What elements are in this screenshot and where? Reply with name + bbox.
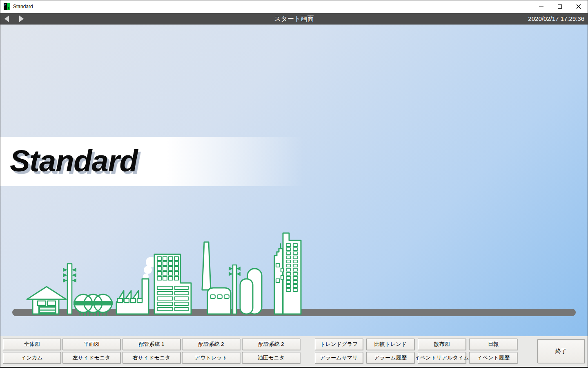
overall-diagram-button[interactable]: 全体図 [3, 339, 61, 350]
right-side-monitor-button[interactable]: 右サイドモニタ [122, 352, 180, 364]
close-button[interactable] [569, 0, 588, 13]
factory-icon [116, 257, 156, 314]
maximize-button[interactable] [550, 0, 569, 13]
piping-system-2b-button[interactable]: 配管系統 2 [242, 339, 300, 350]
intercom-button[interactable]: インカム [3, 352, 61, 364]
hydraulic-monitor-button[interactable]: 油圧モニタ [242, 352, 300, 364]
exit-button[interactable]: 終了 [537, 339, 585, 363]
alarm-history-button[interactable]: アラーム履歴 [366, 352, 414, 364]
brand-watermark: Standard [10, 137, 138, 186]
app-window: P B Standard [0, 0, 588, 368]
left-side-monitor-button[interactable]: 左サイドモニタ [62, 352, 120, 364]
piping-system-2-button[interactable]: 配管系統 2 [182, 339, 240, 350]
main-canvas: Standard [0, 25, 588, 336]
trees-icon [240, 269, 262, 314]
app-icon: P B [4, 3, 10, 10]
maximize-icon [558, 4, 562, 9]
gas-tanks-icon [74, 294, 113, 315]
plan-view-button[interactable]: 平面図 [62, 339, 120, 350]
outlet-button[interactable]: アウトレット [182, 352, 240, 364]
skyline-illustration [0, 229, 588, 327]
event-history-button[interactable]: イベント履歴 [469, 352, 517, 364]
hero-band: Standard [0, 137, 304, 186]
daily-report-button[interactable]: 日報 [469, 339, 517, 350]
datetime-display: 2020/02/17 17:29:36 [528, 13, 584, 25]
minimize-icon [539, 7, 543, 7]
incinerator-icon [202, 242, 231, 314]
skyscraper-icon [274, 233, 301, 314]
office-building-icon [154, 254, 191, 314]
window-controls [532, 0, 588, 13]
svg-text:B: B [8, 7, 9, 10]
piping-system-1-button[interactable]: 配管系統 1 [122, 339, 180, 350]
alarm-summary-button[interactable]: アラームサマリ [315, 352, 363, 364]
button-panel: 全体図 平面図 配管系統 1 配管系統 2 配管系統 2 トレンドグラフ 比較ト… [0, 336, 588, 367]
trend-graph-button[interactable]: トレンドグラフ [315, 339, 363, 350]
navbar: スタート画面 2020/02/17 17:29:36 [0, 13, 588, 25]
event-realtime-button[interactable]: イベントリアルタイム [418, 352, 466, 364]
scatter-chart-button[interactable]: 散布図 [418, 339, 466, 350]
svg-text:P: P [4, 4, 6, 7]
screen-title: スタート画面 [0, 13, 588, 25]
titlebar: P B Standard [0, 0, 588, 13]
compare-trend-button[interactable]: 比較トレンド [366, 339, 414, 350]
window-title: Standard [13, 0, 33, 13]
minimize-button[interactable] [532, 0, 550, 13]
close-icon [576, 4, 581, 9]
